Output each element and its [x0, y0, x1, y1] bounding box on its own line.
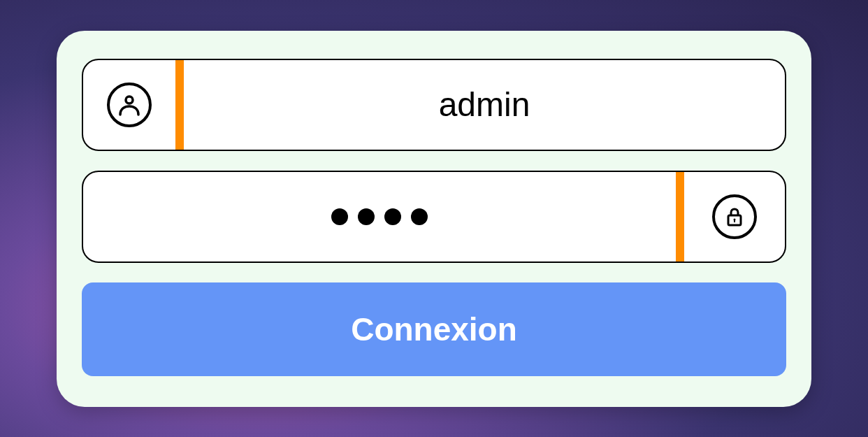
- field-divider: [175, 60, 184, 150]
- field-divider: [676, 172, 684, 262]
- password-dot: [384, 208, 401, 225]
- svg-point-0: [126, 96, 133, 103]
- login-button[interactable]: Connexion: [82, 282, 786, 376]
- lock-icon-slot: [684, 194, 785, 239]
- password-dot: [411, 208, 428, 225]
- lock-icon: [712, 194, 757, 239]
- user-icon-slot: [83, 83, 175, 127]
- username-field-row: [82, 59, 786, 151]
- username-input[interactable]: [184, 60, 785, 150]
- password-field-row: [82, 171, 786, 263]
- password-dot: [331, 208, 348, 225]
- login-card: Connexion: [57, 31, 811, 407]
- password-dot: [358, 208, 375, 225]
- user-icon: [107, 83, 152, 127]
- password-input[interactable]: [83, 172, 676, 262]
